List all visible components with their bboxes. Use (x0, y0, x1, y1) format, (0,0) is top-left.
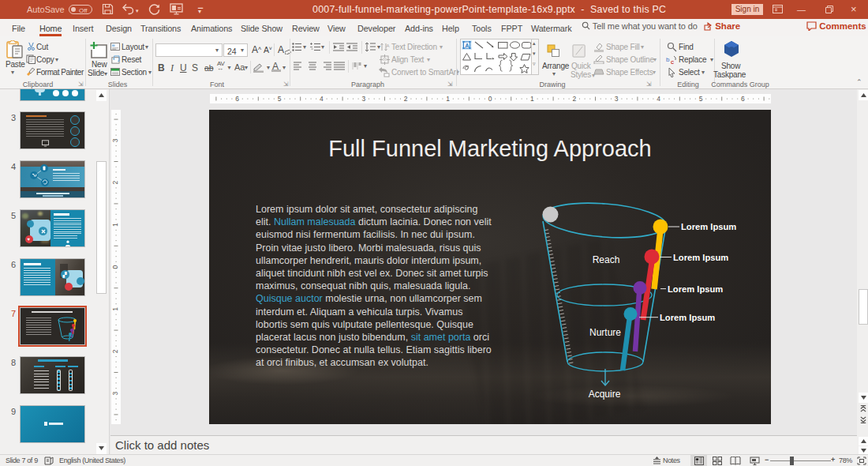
svg-text:Lorem Ipsum: Lorem Ipsum (673, 253, 728, 262)
svg-text:0: 0 (111, 265, 119, 269)
svg-text:3: 3 (615, 95, 619, 103)
svg-text:6: 6 (235, 95, 239, 103)
svg-text:Lorem Ipsum: Lorem Ipsum (681, 222, 736, 231)
svg-text:2: 2 (404, 95, 408, 103)
svg-text:Nurture: Nurture (589, 327, 621, 338)
svg-text:2: 2 (111, 181, 119, 185)
svg-text:2: 2 (572, 95, 576, 103)
svg-text:Lorem Ipsum: Lorem Ipsum (668, 284, 723, 294)
svg-text:Lorem Ipsum: Lorem Ipsum (660, 313, 715, 322)
svg-text:1: 1 (530, 95, 534, 103)
svg-text:1: 1 (446, 95, 450, 103)
svg-text:6: 6 (741, 95, 745, 103)
svg-text:b: b (666, 56, 670, 63)
svg-text:4: 4 (320, 95, 324, 103)
svg-text:c: c (671, 58, 674, 65)
svg-text:3: 3 (111, 392, 119, 396)
svg-text:A: A (387, 43, 390, 48)
svg-text:1: 1 (111, 223, 119, 227)
svg-text:1: 1 (111, 307, 119, 311)
svg-text:0: 0 (488, 95, 492, 103)
svg-text:Acquire: Acquire (589, 389, 621, 400)
svg-text:Reach: Reach (593, 254, 620, 265)
svg-text:3: 3 (111, 138, 119, 142)
svg-text:5: 5 (699, 95, 703, 103)
svg-text:2: 2 (111, 349, 119, 353)
svg-text:4: 4 (657, 95, 660, 103)
svg-text:A: A (465, 42, 470, 49)
svg-text:3: 3 (361, 95, 365, 103)
svg-text:5: 5 (278, 95, 282, 103)
